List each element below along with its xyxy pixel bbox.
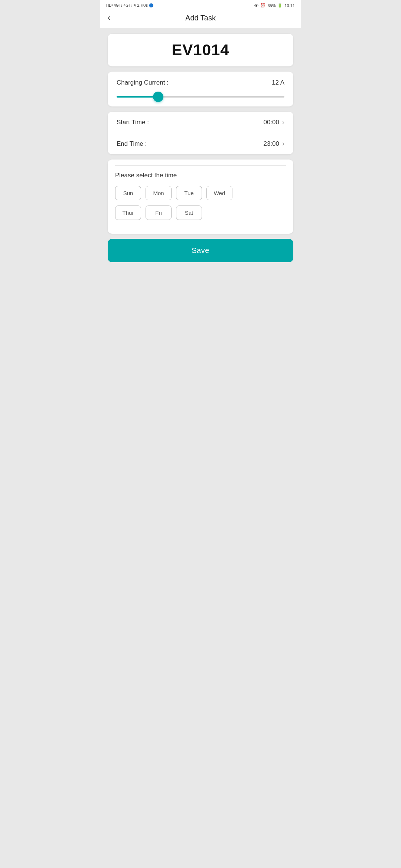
day-button-sun[interactable]: Sun	[115, 186, 141, 200]
days-row-1: Sun Mon Tue Wed	[115, 186, 286, 200]
days-grid: Sun Mon Tue Wed Thur Fri Sat	[115, 186, 286, 220]
current-label: Charging Current :	[117, 79, 169, 86]
day-button-fri[interactable]: Fri	[146, 206, 172, 220]
start-time-value: 00:00	[263, 119, 279, 126]
status-bar: HD¹ 4G↑↓ 4G↑↓ ≋ 2.7K/s 🔵 👁 ⏰ 65% 🔋 10:11	[100, 0, 301, 9]
day-selection-label: Please select the time	[115, 172, 286, 179]
end-time-value-row: 23:00 ›	[263, 140, 284, 148]
current-slider[interactable]	[117, 96, 284, 98]
status-right: 👁 ⏰ 65% 🔋 10:11	[254, 3, 295, 8]
start-time-label: Start Time :	[117, 119, 149, 126]
top-divider	[115, 165, 286, 166]
day-selection-card: Please select the time Sun Mon Tue Wed T…	[108, 160, 293, 234]
status-left: HD¹ 4G↑↓ 4G↑↓ ≋ 2.7K/s 🔵	[106, 3, 153, 7]
day-button-wed[interactable]: Wed	[206, 186, 232, 200]
eye-icon: 👁	[254, 3, 258, 8]
day-button-tue[interactable]: Tue	[176, 186, 202, 200]
clock: 10:11	[284, 3, 295, 8]
content: EV1014 Charging Current : 12 A Start Tim…	[100, 28, 301, 268]
day-button-sat[interactable]: Sat	[176, 206, 202, 220]
page-title: Add Task	[185, 14, 216, 22]
header: ‹ Add Task	[100, 9, 301, 28]
alarm-icon: ⏰	[260, 3, 265, 8]
save-button[interactable]: Save	[108, 239, 293, 262]
bottom-divider	[115, 226, 286, 226]
current-value: 12 A	[272, 79, 284, 86]
start-time-row[interactable]: Start Time : 00:00 ›	[108, 112, 293, 133]
end-time-value: 23:00	[263, 140, 279, 148]
end-time-chevron-icon: ›	[282, 140, 284, 148]
day-button-mon[interactable]: Mon	[146, 186, 172, 200]
ev-id-card: EV1014	[108, 34, 293, 66]
end-time-label: End Time :	[117, 140, 147, 148]
ev-id-value: EV1014	[172, 41, 229, 59]
battery-icon: 🔋	[277, 3, 283, 8]
time-card: Start Time : 00:00 › End Time : 23:00 ›	[108, 112, 293, 154]
end-time-row[interactable]: End Time : 23:00 ›	[108, 133, 293, 154]
current-label-row: Charging Current : 12 A	[117, 79, 284, 86]
charging-current-card: Charging Current : 12 A	[108, 72, 293, 106]
back-button[interactable]: ‹	[108, 14, 110, 22]
days-row-2: Thur Fri Sat	[115, 206, 286, 220]
start-time-chevron-icon: ›	[282, 118, 284, 126]
battery-percent: 65%	[267, 3, 276, 8]
start-time-value-row: 00:00 ›	[263, 118, 284, 126]
day-button-thur[interactable]: Thur	[115, 206, 141, 220]
network-icons: HD¹ 4G↑↓ 4G↑↓ ≋ 2.7K/s 🔵	[106, 3, 153, 7]
